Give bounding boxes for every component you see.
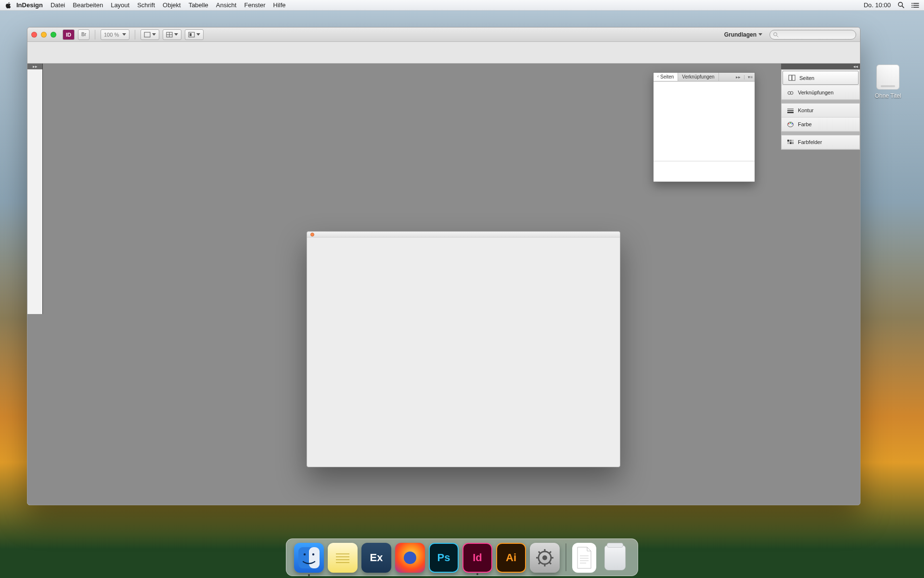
app-name-menu[interactable]: InDesign	[16, 1, 43, 9]
svg-rect-16	[789, 75, 792, 80]
svg-rect-28	[790, 140, 792, 142]
collapse-dock-icon[interactable]: ◂◂	[781, 64, 860, 69]
view-options-button-2[interactable]	[163, 29, 181, 40]
screen-mode-button[interactable]	[185, 29, 204, 40]
dock-app-system-preferences[interactable]	[530, 543, 560, 573]
desktop-drive[interactable]: Ohne Titel	[866, 65, 910, 99]
zoom-level-value: 100 %	[104, 32, 119, 38]
close-window-button[interactable]	[31, 32, 37, 38]
macos-menubar: InDesign Datei Bearbeiten Layout Schrift…	[0, 0, 924, 11]
dock-item-label: Farbfelder	[798, 139, 822, 145]
menubar-list-icon[interactable]	[911, 2, 919, 8]
dock-app-indesign[interactable]: Id	[462, 543, 492, 573]
menu-tabelle[interactable]: Tabelle	[189, 1, 208, 9]
dock-group-swatches: Farbfelder	[781, 135, 860, 150]
modal-close-button[interactable]	[310, 233, 314, 236]
drive-icon	[876, 65, 899, 90]
links-icon	[786, 89, 794, 96]
window-traffic-lights	[31, 32, 56, 38]
control-bar	[27, 42, 860, 64]
menu-schrift[interactable]: Schrift	[137, 1, 155, 9]
view-options-button-1[interactable]	[141, 29, 159, 40]
svg-point-7	[911, 6, 912, 7]
svg-point-24	[788, 123, 789, 124]
menu-bearbeiten[interactable]: Bearbeiten	[73, 1, 103, 9]
minimize-window-button[interactable]	[41, 32, 47, 38]
dock-item-verknuepfungen[interactable]: Verknüpfungen	[782, 86, 860, 100]
window-titlebar: ID Br 100 % Grundlagen	[27, 27, 860, 42]
dock-item-farbe[interactable]: Farbe	[782, 118, 860, 131]
svg-point-35	[304, 553, 306, 555]
dock-trash[interactable]	[600, 543, 630, 573]
tools-panel-collapsed[interactable]: ▸▸	[27, 64, 43, 314]
dock-app-firefox[interactable]	[395, 543, 425, 573]
panel-tab-label: Verknüpfungen	[682, 74, 714, 79]
svg-point-43	[542, 555, 547, 560]
help-search-field[interactable]	[770, 30, 856, 39]
svg-point-5	[911, 2, 912, 3]
panel-tab-verknuepfungen[interactable]: Verknüpfungen	[678, 73, 719, 81]
dock-app-photoshop[interactable]: Ps	[429, 543, 459, 573]
svg-line-15	[777, 35, 778, 37]
menu-datei[interactable]: Datei	[51, 1, 65, 9]
svg-point-25	[790, 122, 791, 123]
svg-rect-13	[190, 33, 192, 36]
dock-app-notes[interactable]	[328, 543, 358, 573]
chevron-down-icon	[174, 33, 178, 36]
svg-rect-17	[792, 75, 795, 80]
svg-point-26	[791, 123, 792, 124]
dock-item-label: Kontur	[798, 107, 813, 113]
menu-ansicht[interactable]: Ansicht	[216, 1, 237, 9]
dock-recent-document[interactable]	[572, 543, 596, 573]
toolbar-separator	[135, 30, 135, 39]
macos-dock: Ex Ps Id Ai	[286, 539, 638, 576]
svg-rect-8	[144, 32, 150, 37]
workspace-switcher[interactable]: Grundlagen	[724, 31, 762, 38]
app-icon-button[interactable]: ID	[63, 29, 75, 40]
dock-item-seiten[interactable]: Seiten	[783, 71, 859, 85]
dock-item-farbfelder[interactable]: Farbfelder	[782, 135, 860, 149]
swatches-icon	[786, 139, 794, 145]
svg-rect-32	[792, 142, 794, 144]
menu-layout[interactable]: Layout	[111, 1, 129, 9]
dock-item-kontur[interactable]: Kontur	[782, 104, 860, 118]
chevron-down-icon	[152, 33, 156, 36]
svg-rect-30	[787, 142, 789, 144]
panel-body	[654, 81, 755, 182]
spotlight-icon[interactable]	[898, 1, 905, 9]
zoom-level-dropdown[interactable]: 100 %	[101, 29, 129, 40]
panel-tab-seiten[interactable]: ᶜ Seiten	[654, 73, 678, 81]
svg-rect-31	[790, 142, 792, 144]
svg-line-1	[902, 6, 904, 8]
svg-line-50	[549, 552, 551, 553]
dock-item-label: Farbe	[798, 121, 812, 127]
menu-objekt[interactable]: Objekt	[163, 1, 181, 9]
expand-tools-icon[interactable]: ▸▸	[27, 64, 42, 69]
chevron-down-icon	[758, 33, 762, 36]
trash-icon	[604, 545, 626, 570]
modal-dialog[interactable]	[307, 231, 620, 467]
svg-point-14	[774, 32, 777, 36]
dock-app-extendscript[interactable]: Ex	[361, 543, 391, 573]
zoom-window-button[interactable]	[51, 32, 56, 38]
dock-item-label: Seiten	[799, 75, 814, 81]
panel-collapse-icon[interactable]: ▸▸	[736, 75, 741, 79]
svg-line-48	[539, 552, 540, 553]
menubar-clock[interactable]: Do. 10:00	[864, 1, 891, 9]
apple-menu-icon[interactable]	[5, 2, 12, 9]
menu-fenster[interactable]: Fenster	[244, 1, 265, 9]
bridge-button[interactable]: Br	[78, 29, 90, 40]
pages-panel[interactable]: ᶜ Seiten Verknüpfungen ▸▸ | ▾≡	[653, 72, 755, 182]
stroke-icon	[786, 107, 794, 114]
modal-titlebar[interactable]	[307, 232, 620, 237]
menu-hilfe[interactable]: Hilfe	[273, 1, 286, 9]
dock-app-finder[interactable]	[294, 543, 324, 573]
running-indicator	[476, 573, 478, 575]
indesign-window: ID Br 100 % Grundlagen	[27, 27, 860, 505]
panel-tab-label: Seiten	[660, 74, 674, 79]
panel-menu-icon[interactable]: ▾≡	[748, 75, 753, 79]
chevron-down-icon	[122, 33, 126, 36]
svg-rect-27	[787, 140, 789, 142]
dock-app-illustrator[interactable]: Ai	[496, 543, 526, 573]
svg-point-6	[911, 4, 912, 5]
